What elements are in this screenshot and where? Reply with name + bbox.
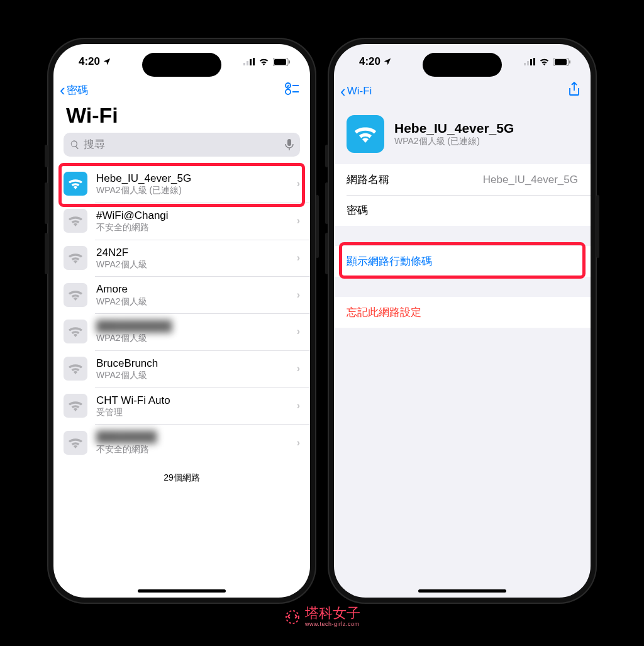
svg-rect-18: [555, 59, 567, 65]
network-sub: WPA2個人級: [96, 296, 288, 308]
field-label: 密碼: [347, 203, 368, 218]
wifi-list: Hebe_IU_4ever_5G WPA2個人級 (已連線) › #WiFi@C…: [53, 165, 310, 461]
network-name: CHT Wi-Fi Auto: [96, 394, 288, 407]
wifi-icon: [347, 115, 384, 153]
show-qr-label: 顯示網路行動條碼: [347, 254, 432, 269]
network-name-redacted: ██████████: [96, 320, 288, 333]
status-time: 4:20: [359, 55, 380, 68]
svg-rect-11: [287, 139, 291, 146]
watermark-url: www.tech-girlz.com: [305, 621, 360, 627]
wifi-row[interactable]: Amore WPA2個人級 ›: [53, 276, 310, 313]
network-name-row[interactable]: 網路名稱 Hebe_IU_4ever_5G: [334, 164, 591, 195]
wifi-status-icon: [258, 58, 269, 65]
forget-group: 忘記此網路設定: [334, 297, 591, 328]
dynamic-island: [423, 53, 502, 77]
chevron-left-icon: ‹: [60, 82, 65, 98]
chevron-right-icon: ›: [297, 400, 300, 411]
svg-rect-1: [247, 61, 248, 65]
forget-label: 忘記此網路設定: [347, 305, 421, 320]
power-button: [596, 195, 599, 258]
network-sub: 不安全的網路: [96, 444, 288, 455]
network-header: Hebe_IU_4ever_5G WPA2個人級 (已連線): [334, 105, 591, 164]
phone-left: 4:20 ‹ 密碼: [47, 38, 316, 604]
wifi-icon: [64, 209, 87, 233]
network-count: 29個網路: [53, 461, 310, 489]
network-sub: WPA2個人級 (已連線): [96, 185, 288, 196]
location-icon: [103, 57, 111, 66]
watermark: 塔科女子 www.tech-girlz.com: [284, 606, 360, 627]
network-subtitle: WPA2個人級 (已連線): [394, 136, 514, 147]
chevron-right-icon: ›: [297, 437, 300, 448]
wifi-row[interactable]: CHT Wi-Fi Auto 受管理 ›: [53, 387, 310, 425]
wifi-icon: [64, 394, 87, 418]
wifi-row[interactable]: 24N2F WPA2個人級 ›: [53, 240, 310, 277]
password-row[interactable]: 密碼: [334, 195, 591, 226]
network-name: #WiFi@Changi: [96, 209, 288, 222]
network-name: 24N2F: [96, 246, 288, 259]
share-button[interactable]: [568, 82, 580, 100]
wifi-row[interactable]: BruceBrunch WPA2個人級 ›: [53, 350, 310, 387]
wifi-row[interactable]: Hebe_IU_4ever_5G WPA2個人級 (已連線) ›: [53, 165, 310, 203]
volume-up-button: [325, 145, 328, 167]
forget-network-button[interactable]: 忘記此網路設定: [334, 297, 591, 328]
network-info-group: 網路名稱 Hebe_IU_4ever_5G 密碼: [334, 164, 591, 226]
network-name: Amore: [96, 282, 288, 296]
wifi-icon: [64, 172, 87, 196]
edit-list-button[interactable]: [285, 82, 300, 98]
back-button[interactable]: ‹ 密碼: [60, 82, 88, 98]
wifi-row[interactable]: ████████ 不安全的網路 ›: [53, 424, 310, 461]
svg-rect-3: [253, 58, 255, 65]
svg-rect-5: [274, 59, 286, 65]
wifi-row[interactable]: ██████████ WPA2個人級 ›: [53, 313, 310, 350]
svg-rect-15: [530, 59, 532, 65]
wifi-row[interactable]: #WiFi@Changi 不安全的網路 ›: [53, 203, 310, 240]
battery-icon: [553, 58, 570, 66]
search-icon: [70, 140, 80, 150]
back-label: 密碼: [67, 83, 88, 97]
search-input[interactable]: [84, 138, 281, 151]
search-field[interactable]: [64, 133, 300, 157]
home-indicator[interactable]: [138, 589, 226, 593]
share-icon: [568, 82, 580, 97]
svg-rect-6: [289, 60, 290, 64]
cellular-icon: [524, 58, 535, 65]
chevron-right-icon: ›: [297, 326, 300, 337]
field-label: 網路名稱: [347, 172, 389, 187]
network-sub: 不安全的網路: [96, 222, 288, 233]
nav-bar: ‹ 密碼: [53, 79, 310, 103]
network-title: Hebe_IU_4ever_5G: [394, 121, 514, 136]
screen-right: 4:20 ‹ Wi-Fi: [334, 44, 591, 598]
chevron-right-icon: ›: [297, 215, 300, 226]
show-qr-button[interactable]: 顯示網路行動條碼: [334, 246, 591, 277]
chevron-right-icon: ›: [297, 178, 300, 189]
watermark-icon: [284, 608, 301, 626]
svg-rect-14: [527, 61, 529, 65]
svg-rect-0: [243, 63, 245, 65]
network-sub: WPA2個人級: [96, 259, 288, 270]
home-indicator[interactable]: [418, 589, 506, 593]
network-sub: 受管理: [96, 407, 288, 418]
back-button[interactable]: ‹ Wi-Fi: [340, 83, 372, 99]
wifi-icon: [64, 246, 87, 270]
volume-down-button: [325, 182, 328, 224]
watermark-text: 塔科女子: [305, 606, 360, 620]
silent-switch: [325, 233, 328, 274]
dictation-icon[interactable]: [285, 139, 294, 150]
svg-rect-19: [569, 60, 570, 64]
network-name-redacted: ████████: [96, 430, 288, 443]
nav-bar: ‹ Wi-Fi: [334, 79, 591, 105]
wifi-icon: [64, 357, 87, 381]
network-name: BruceBrunch: [96, 357, 288, 370]
wifi-icon: [64, 320, 87, 343]
volume-up-button: [45, 145, 48, 167]
status-time: 4:20: [79, 55, 100, 68]
power-button: [316, 195, 319, 258]
qr-group: 顯示網路行動條碼: [334, 246, 591, 277]
svg-point-9: [286, 89, 291, 94]
silent-switch: [45, 233, 48, 274]
wifi-icon: [64, 283, 87, 307]
svg-rect-13: [524, 63, 526, 65]
svg-rect-2: [250, 59, 252, 65]
svg-rect-16: [533, 58, 535, 65]
volume-down-button: [45, 182, 48, 224]
